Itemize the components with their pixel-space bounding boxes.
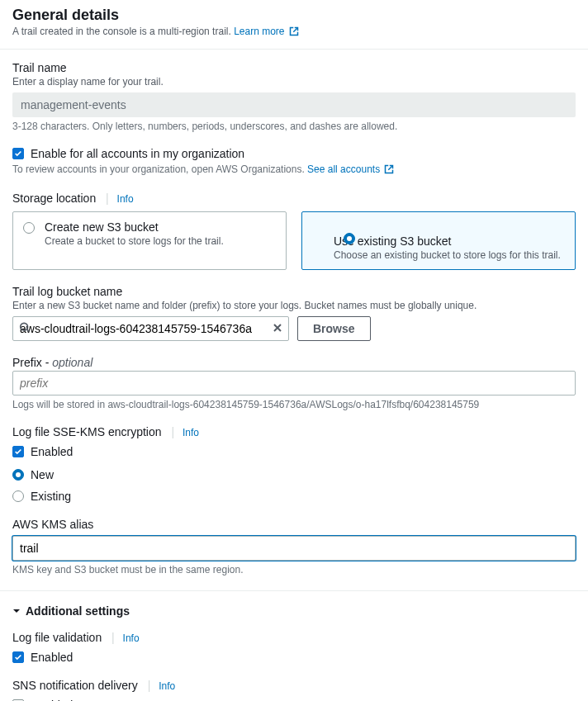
kms-hint: KMS key and S3 bucket must be in the sam…	[12, 564, 576, 575]
browse-button[interactable]: Browse	[297, 316, 371, 341]
bucket-name-field: Trail log bucket name Enter a new S3 buc…	[12, 285, 576, 341]
trail-name-value: management-events	[12, 92, 576, 117]
log-validation-field: Log file validation | Info Enabled	[12, 631, 576, 664]
storage-tile-existing[interactable]: Use existing S3 bucket Choose an existin…	[301, 211, 576, 270]
trail-name-hint: 3-128 characters. Only letters, numbers,…	[12, 121, 576, 132]
validation-enabled-checkbox[interactable]	[12, 651, 24, 663]
existing-bucket-title: Use existing S3 bucket	[334, 234, 565, 248]
learn-more-link[interactable]: Learn more	[234, 26, 299, 37]
validation-enabled-label: Enabled	[31, 651, 73, 664]
trail-name-label: Trail name	[12, 61, 576, 74]
kms-new-label: New	[31, 468, 54, 481]
prefix-input[interactable]	[12, 371, 576, 395]
storage-location-field: Storage location | Info Create new S3 bu…	[12, 192, 576, 270]
external-link-icon	[289, 26, 299, 39]
sse-info-link[interactable]: Info	[183, 427, 199, 438]
trail-name-field: Trail name Enter a display name for your…	[12, 61, 576, 132]
prefix-label-optional: optional	[52, 356, 92, 369]
bucket-desc: Enter a new S3 bucket name and folder (p…	[12, 300, 576, 311]
org-enable-field: Enable for all accounts in my organizati…	[12, 147, 576, 177]
create-bucket-desc: Create a bucket to store logs for the tr…	[45, 235, 276, 247]
bucket-label: Trail log bucket name	[12, 285, 576, 298]
see-all-accounts-link[interactable]: See all accounts	[307, 163, 394, 175]
radio-kms-existing[interactable]	[12, 490, 24, 502]
sse-kms-field: Log file SSE-KMS encryption | Info Enabl…	[12, 425, 576, 458]
additional-title: Additional settings	[26, 604, 130, 618]
storage-tile-create[interactable]: Create new S3 bucket Create a bucket to …	[12, 211, 287, 270]
sse-enabled-checkbox[interactable]	[12, 446, 24, 457]
sns-label: SNS notification delivery	[12, 679, 138, 692]
trail-name-desc: Enter a display name for your trail.	[12, 76, 576, 88]
org-enable-desc: To review accounts in your organization,…	[12, 163, 307, 175]
create-bucket-title: Create new S3 bucket	[45, 220, 276, 234]
org-enable-checkbox[interactable]	[12, 148, 24, 159]
sse-enabled-label: Enabled	[31, 445, 73, 458]
search-icon	[19, 322, 31, 336]
storage-info-link[interactable]: Info	[117, 193, 134, 205]
section-header: General details A trail created in the c…	[0, 0, 588, 50]
storage-label: Storage location	[12, 192, 96, 205]
external-link-icon	[384, 164, 394, 177]
clear-icon[interactable]	[273, 322, 282, 335]
svg-point-0	[21, 323, 28, 330]
sse-label: Log file SSE-KMS encryption	[12, 425, 162, 438]
prefix-field: Prefix - optional Logs will be stored in…	[12, 356, 576, 410]
kms-source-field: New Existing	[12, 468, 576, 503]
sns-info-link[interactable]: Info	[159, 680, 175, 692]
kms-alias-input[interactable]	[12, 536, 576, 561]
additional-settings-toggle[interactable]: Additional settings	[12, 604, 576, 618]
header-desc-text: A trail created in the console is a mult…	[12, 26, 231, 37]
divider	[0, 590, 588, 591]
validation-label: Log file validation	[12, 631, 102, 644]
radio-create-bucket[interactable]	[23, 222, 35, 234]
bucket-name-input[interactable]	[12, 316, 289, 341]
prefix-hint: Logs will be stored in aws-cloudtrail-lo…	[12, 399, 576, 410]
existing-bucket-desc: Choose an existing bucket to store logs …	[334, 249, 565, 261]
validation-info-link[interactable]: Info	[123, 632, 140, 644]
org-enable-label: Enable for all accounts in my organizati…	[31, 147, 244, 160]
kms-alias-field: AWS KMS alias KMS key and S3 bucket must…	[12, 518, 576, 575]
radio-existing-bucket[interactable]	[344, 233, 355, 244]
page-title: General details	[12, 7, 576, 24]
radio-kms-new[interactable]	[12, 469, 24, 481]
kms-existing-label: Existing	[31, 490, 71, 503]
prefix-label-left: Prefix -	[12, 356, 52, 369]
kms-label: AWS KMS alias	[12, 518, 576, 531]
caret-down-icon	[12, 604, 21, 618]
sns-field: SNS notification delivery | Info Enabled	[12, 679, 576, 701]
